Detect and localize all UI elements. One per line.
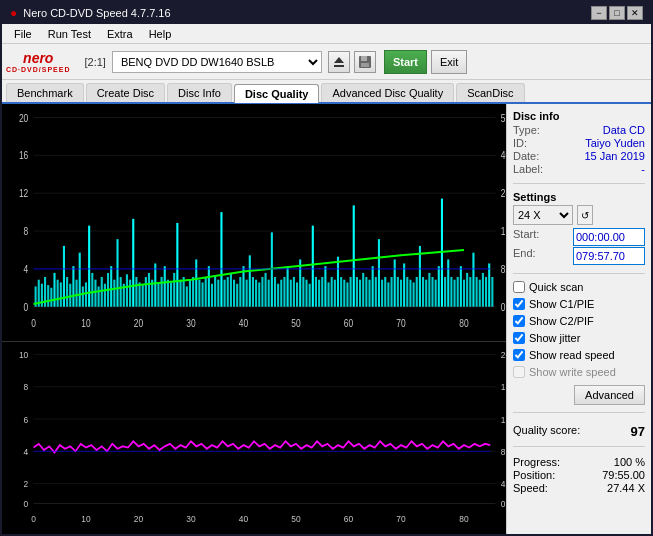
progress-row: Progress: 100 % (513, 456, 645, 468)
c1-pie-row: Show C1/PIE (513, 298, 645, 310)
refresh-button[interactable]: ↺ (577, 205, 593, 225)
progress-section: Progress: 100 % Position: 79:55.00 Speed… (513, 456, 645, 495)
minimize-button[interactable]: − (591, 6, 607, 20)
svg-rect-171 (469, 277, 471, 307)
title-bar-text: Nero CD-DVD Speed 4.7.7.16 (23, 7, 170, 19)
quick-scan-row: Quick scan (513, 281, 645, 293)
svg-text:12: 12 (19, 187, 28, 199)
drive-select[interactable]: BENQ DVD DD DW1640 BSLB (112, 51, 322, 73)
svg-rect-121 (312, 226, 314, 307)
advanced-button[interactable]: Advanced (574, 385, 645, 405)
read-speed-checkbox[interactable] (513, 349, 525, 361)
svg-rect-48 (82, 286, 84, 306)
settings-title: Settings (513, 191, 645, 203)
end-row: End: (513, 247, 645, 265)
disc-type-row: Type: Data CD (513, 124, 645, 136)
divider-4 (513, 446, 645, 447)
svg-text:4: 4 (24, 263, 29, 275)
svg-rect-147 (394, 259, 396, 306)
svg-rect-176 (485, 277, 487, 307)
progress-value: 100 % (614, 456, 645, 468)
svg-rect-58 (113, 280, 115, 307)
svg-rect-163 (444, 277, 446, 307)
svg-rect-159 (431, 277, 433, 307)
svg-text:50: 50 (291, 513, 300, 524)
svg-rect-173 (476, 277, 478, 307)
menu-help[interactable]: Help (141, 26, 180, 42)
svg-rect-119 (305, 280, 307, 307)
svg-rect-109 (274, 277, 276, 307)
svg-rect-45 (72, 266, 74, 307)
svg-rect-113 (287, 266, 289, 307)
svg-rect-69 (148, 273, 150, 307)
svg-rect-138 (365, 277, 367, 307)
end-input[interactable] (573, 247, 645, 265)
eject-icon[interactable] (328, 51, 350, 73)
save-icon[interactable] (354, 51, 376, 73)
svg-rect-170 (466, 273, 468, 307)
svg-rect-172 (472, 253, 474, 307)
svg-text:8: 8 (24, 225, 29, 237)
c2-pif-checkbox[interactable] (513, 315, 525, 327)
svg-text:8: 8 (501, 446, 506, 457)
menu-file[interactable]: File (6, 26, 40, 42)
svg-text:30: 30 (186, 513, 195, 524)
svg-rect-177 (488, 263, 490, 306)
nero-logo-text: nero (23, 50, 53, 66)
svg-text:4: 4 (24, 446, 29, 457)
tab-bar: Benchmark Create Disc Disc Info Disc Qua… (2, 80, 651, 104)
svg-text:10: 10 (81, 317, 90, 329)
menu-extra[interactable]: Extra (99, 26, 141, 42)
svg-text:24: 24 (501, 187, 506, 199)
svg-rect-71 (154, 263, 156, 306)
close-button[interactable]: ✕ (627, 6, 643, 20)
svg-rect-104 (258, 282, 260, 306)
settings-section: Settings 24 X 8 X 16 X 32 X 40 X Max ↺ S… (513, 191, 645, 266)
tab-scan-disc[interactable]: ScanDisc (456, 83, 524, 102)
svg-text:80: 80 (459, 317, 468, 329)
start-input[interactable] (573, 228, 645, 246)
svg-rect-129 (337, 257, 339, 307)
svg-rect-51 (91, 273, 93, 307)
exit-button[interactable]: Exit (431, 50, 467, 74)
svg-text:16: 16 (501, 381, 506, 392)
svg-text:20: 20 (134, 317, 143, 329)
quick-scan-checkbox[interactable] (513, 281, 525, 293)
svg-text:10: 10 (81, 513, 90, 524)
svg-rect-87 (205, 277, 207, 307)
svg-rect-37 (47, 285, 49, 307)
svg-rect-155 (419, 246, 421, 307)
svg-text:8: 8 (24, 381, 29, 392)
tab-disc-info[interactable]: Disc Info (167, 83, 232, 102)
chart-top: 20 16 12 8 4 0 56 40 24 16 8 0 0 10 20 (2, 104, 506, 341)
c1-pie-checkbox[interactable] (513, 298, 525, 310)
menu-run-test[interactable]: Run Test (40, 26, 99, 42)
disc-type-value: Data CD (603, 124, 645, 136)
tab-benchmark[interactable]: Benchmark (6, 83, 84, 102)
svg-rect-148 (397, 277, 399, 307)
title-bar: ● Nero CD-DVD Speed 4.7.7.16 − □ ✕ (2, 2, 651, 24)
svg-rect-124 (321, 277, 323, 307)
svg-rect-68 (145, 277, 147, 307)
svg-text:16: 16 (19, 149, 28, 161)
jitter-row: Show jitter (513, 332, 645, 344)
svg-rect-103 (255, 280, 257, 307)
svg-rect-38 (50, 288, 52, 307)
maximize-button[interactable]: □ (609, 6, 625, 20)
main-area: 20 16 12 8 4 0 56 40 24 16 8 0 0 10 20 (2, 104, 651, 534)
tab-create-disc[interactable]: Create Disc (86, 83, 165, 102)
tab-advanced-disc-quality[interactable]: Advanced Disc Quality (321, 83, 454, 102)
nero-logo: nero CD·DVD/SPEED (6, 50, 71, 73)
svg-rect-95 (230, 273, 232, 307)
jitter-checkbox[interactable] (513, 332, 525, 344)
speed-select[interactable]: 24 X 8 X 16 X 32 X 40 X Max (513, 205, 573, 225)
start-button[interactable]: Start (384, 50, 427, 74)
svg-rect-120 (309, 284, 311, 307)
disc-label-label: Label: (513, 163, 543, 175)
drive-bracket: [2:1] (83, 56, 108, 68)
disc-type-label: Type: (513, 124, 540, 136)
svg-text:70: 70 (396, 317, 405, 329)
svg-marker-0 (334, 57, 344, 63)
svg-rect-153 (413, 282, 415, 306)
tab-disc-quality[interactable]: Disc Quality (234, 84, 320, 103)
